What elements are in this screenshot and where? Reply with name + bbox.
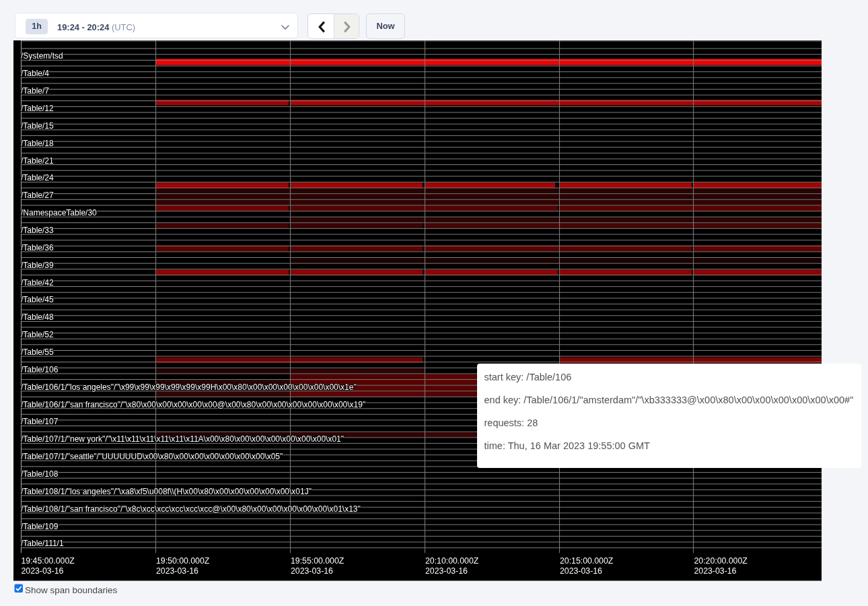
svg-text:/Table/109: /Table/109 — [21, 521, 59, 531]
svg-text:/Table/36: /Table/36 — [21, 242, 54, 252]
svg-text:/Table/111/1: /Table/111/1 — [21, 539, 64, 548]
svg-text:2023-03-16: 2023-03-16 — [22, 566, 64, 576]
svg-text:20:20:00.000Z: 20:20:00.000Z — [694, 556, 748, 566]
svg-text:/Table/42: /Table/42 — [21, 277, 54, 287]
svg-text:19:55:00.000Z: 19:55:00.000Z — [291, 556, 345, 566]
svg-text:/Table/108/1/"san francisco"/": /Table/108/1/"san francisco"/"\x8c\xcc\x… — [21, 504, 361, 513]
svg-text:19:50:00.000Z: 19:50:00.000Z — [156, 556, 210, 566]
svg-text:20:15:00.000Z: 20:15:00.000Z — [560, 556, 614, 566]
svg-text:/Table/48: /Table/48 — [21, 312, 54, 322]
svg-text:19:45:00.000Z: 19:45:00.000Z — [22, 556, 75, 566]
svg-text:/Table/107/1/"seattle"/"UUUUUU: /Table/107/1/"seattle"/"UUUUUUD\x00\x80\… — [21, 452, 283, 461]
svg-text:2023-03-16: 2023-03-16 — [425, 566, 468, 576]
svg-text:/Table/33: /Table/33 — [21, 226, 54, 235]
svg-text:/Table/45: /Table/45 — [21, 295, 54, 304]
svg-text:/Table/108: /Table/108 — [21, 469, 59, 479]
svg-text:/Table/106/1/"san francisco"/": /Table/106/1/"san francisco"/"\x80\x00\x… — [21, 399, 365, 409]
svg-text:/Table/39: /Table/39 — [21, 260, 54, 269]
svg-text:/Table/107/1/"new york"/"\x11\: /Table/107/1/"new york"/"\x11\x11\x11\x1… — [21, 434, 344, 444]
svg-text:/Table/52: /Table/52 — [21, 330, 54, 339]
svg-text:/Table/21: /Table/21 — [21, 156, 54, 165]
svg-text:/Table/106: /Table/106 — [21, 364, 59, 374]
svg-text:/Table/4: /Table/4 — [21, 69, 49, 78]
svg-text:/Table/27: /Table/27 — [21, 191, 54, 200]
svg-text:/Table/7: /Table/7 — [21, 86, 49, 96]
svg-text:/Table/15: /Table/15 — [21, 121, 54, 130]
svg-text:/Table/106/1/"los angeles"/"\x: /Table/106/1/"los angeles"/"\x99\x99\x99… — [21, 382, 357, 391]
svg-text:20:10:00.000Z: 20:10:00.000Z — [425, 556, 479, 566]
svg-text:/System/tsd: /System/tsd — [21, 51, 63, 61]
svg-text:2023-03-16: 2023-03-16 — [291, 566, 333, 576]
svg-text:/Table/18: /Table/18 — [21, 138, 54, 147]
svg-text:/Table/55: /Table/55 — [21, 347, 54, 357]
svg-text:/Table/12: /Table/12 — [21, 104, 54, 113]
svg-text:/Table/24: /Table/24 — [21, 173, 54, 182]
svg-text:/Table/108/1/"los angeles"/"\x: /Table/108/1/"los angeles"/"\xa8\xf5\u00… — [21, 486, 312, 496]
svg-text:/NamespaceTable/30: /NamespaceTable/30 — [21, 208, 97, 217]
svg-text:2023-03-16: 2023-03-16 — [694, 566, 737, 576]
svg-text:/Table/107: /Table/107 — [21, 417, 59, 426]
svg-text:2023-03-16: 2023-03-16 — [560, 566, 602, 576]
svg-text:2023-03-16: 2023-03-16 — [156, 566, 198, 576]
